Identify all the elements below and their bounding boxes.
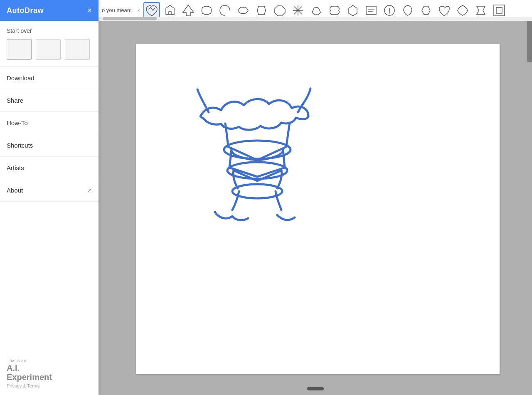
suggestion-icon-19[interactable] [491,2,507,19]
canvas-options [7,39,92,60]
suggestion-icon-18[interactable] [473,2,489,19]
sidebar-title: AutoDraw [7,6,44,15]
suggestion-icon-1[interactable] [162,2,178,19]
canvas-option-1[interactable] [7,39,32,60]
suggestion-icon-16[interactable] [436,2,453,19]
drawing-svg [136,44,500,374]
main-area [99,21,532,395]
suggestion-icon-5[interactable] [235,2,251,19]
sidebar-item-artists-label: Artists [7,164,24,171]
sidebar-item-howto[interactable]: How-To [0,112,99,134]
suggestion-icon-4[interactable] [217,2,233,19]
bottom-scrollbar-thumb[interactable] [307,387,324,390]
start-over-label: Start over [7,27,92,34]
privacy-terms-link[interactable]: Privacy & Terms [7,383,92,388]
did-you-mean-label: o you mean: [102,7,132,13]
suggestion-icon-0[interactable] [143,2,160,19]
drawing-canvas[interactable] [136,44,500,374]
suggestion-icon-10[interactable] [326,2,343,19]
sidebar-footer: This is an A.I.Experiment Privacy & Term… [0,351,99,395]
suggestion-icon-12[interactable] [363,2,379,19]
sidebar-header: AutoDraw × [0,0,99,21]
sidebar-item-share-label: Share [7,97,23,104]
sidebar: AutoDraw × Start over DownloadShareHow-T… [0,0,99,395]
suggestion-icon-3[interactable] [198,2,215,19]
sidebar-item-shortcuts-label: Shortcuts [7,142,33,149]
sidebar-menu: DownloadShareHow-ToShortcutsArtistsAbout… [0,67,99,202]
suggestion-icon-8[interactable] [290,2,306,19]
canvas-option-3[interactable] [65,39,90,60]
sidebar-item-download[interactable]: Download [0,67,99,89]
ai-experiment-title: A.I.Experiment [7,363,92,382]
sidebar-item-howto-label: How-To [7,119,28,126]
canvas-option-2[interactable] [36,39,61,60]
suggestion-icon-13[interactable] [381,2,398,19]
suggestion-icon-15[interactable] [418,2,434,19]
this-is-an-label: This is an [7,358,92,363]
sidebar-item-share[interactable]: Share [0,89,99,112]
suggestion-icon-14[interactable] [399,2,416,19]
suggestion-scrollbar[interactable] [99,17,532,21]
suggestion-icon-6[interactable] [253,2,270,19]
sidebar-item-download-label: Download [7,74,34,81]
suggestion-icon-7[interactable] [271,2,288,19]
suggestion-icons-container [143,2,529,19]
suggestion-icon-2[interactable] [180,2,197,19]
sidebar-item-about-label: About [7,187,23,194]
scrollbar-thumb[interactable] [103,17,157,20]
sidebar-item-shortcuts[interactable]: Shortcuts [0,134,99,157]
external-link-icon: ↗ [87,187,92,193]
start-over-section: Start over [0,21,99,67]
scroll-left-button[interactable]: ‹ [135,4,143,17]
bottom-scrollbar[interactable] [99,387,532,391]
close-button[interactable]: × [87,7,92,14]
suggestion-icon-9[interactable] [308,2,325,19]
sidebar-item-artists[interactable]: Artists [0,157,99,179]
suggestion-icon-17[interactable] [454,2,471,19]
right-scroll-handle[interactable] [527,21,532,62]
suggestion-icon-11[interactable] [345,2,361,19]
sidebar-item-about[interactable]: About↗ [0,179,99,202]
